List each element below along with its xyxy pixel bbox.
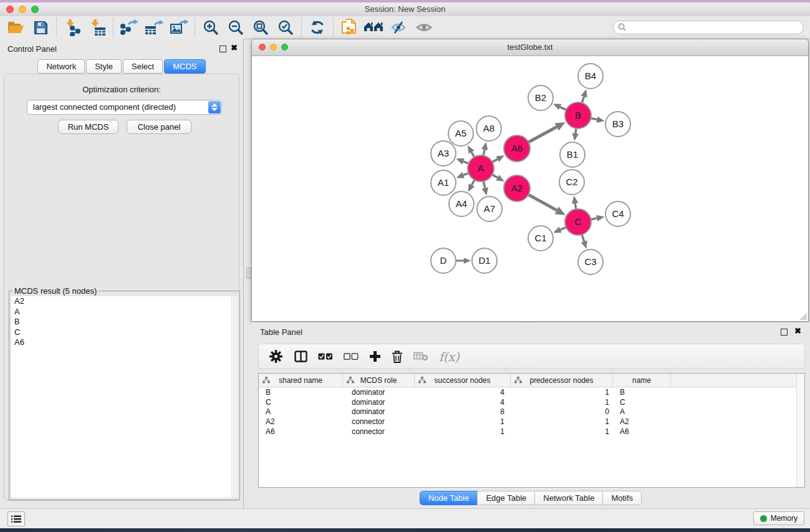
export-network-button[interactable] [117,17,142,37]
network-node[interactable]: C1 [528,226,553,251]
table-settings-button[interactable] [269,350,282,363]
network-edge[interactable] [572,196,578,210]
run-mcds-button[interactable]: Run MCDS [58,120,118,134]
network-node[interactable]: A4 [449,191,474,216]
network-edge[interactable] [481,142,488,156]
zoom-in-button[interactable] [198,17,223,37]
memory-button[interactable]: Memory [753,511,804,525]
tab-network[interactable]: Network [37,59,85,74]
table-row[interactable]: A6connector11A6 [259,427,804,437]
new-network-from-selection-button[interactable] [337,17,362,37]
network-node[interactable]: C4 [605,201,630,226]
network-canvas[interactable]: AA1A2A3A4A5A6A7A8BB1B2B3B4CC1C2C3C4DD1 [252,56,808,321]
network-edge[interactable] [456,172,469,178]
network-zoom-button[interactable] [281,44,288,51]
criterion-dropdown[interactable]: largest connected component (directed) [27,100,222,115]
import-table-button[interactable] [85,17,110,37]
network-edge[interactable] [456,158,468,165]
network-node[interactable]: A6 [504,135,530,162]
table-scrollbar[interactable] [796,374,804,487]
network-node[interactable]: A8 [476,116,501,141]
network-close-button[interactable] [259,44,266,51]
network-edge[interactable] [591,215,605,221]
network-edge[interactable] [581,89,587,103]
save-session-button[interactable] [28,17,53,37]
open-session-button[interactable] [3,17,28,37]
mcds-result-item[interactable]: A2 [11,296,238,307]
network-edge[interactable] [468,180,475,191]
network-edge[interactable] [553,226,566,233]
mcds-result-item[interactable]: B [11,317,238,327]
column-header-predecessor-nodes[interactable]: predecessor nodes [511,374,613,387]
network-node[interactable]: A3 [431,141,456,166]
minimize-button[interactable] [19,6,26,13]
network-node[interactable]: B1 [560,142,585,167]
zoom-button[interactable] [31,6,39,13]
network-minimize-button[interactable] [270,44,277,51]
tab-node-table[interactable]: Node Table [420,491,478,505]
network-edge[interactable] [492,175,504,181]
network-node[interactable]: D [431,248,456,273]
delete-table-button[interactable] [413,352,428,361]
table-row[interactable]: Bdominator41B [259,387,804,397]
network-node[interactable]: C2 [559,170,584,195]
delete-column-button[interactable] [392,351,403,363]
task-history-button[interactable] [7,511,25,526]
export-table-button[interactable] [142,17,166,37]
tab-style[interactable]: Style [86,59,122,74]
table-row[interactable]: Adominator80A [259,407,804,417]
network-node[interactable]: C3 [578,249,603,274]
show-columns-button[interactable] [294,351,307,362]
export-image-button[interactable] [166,17,191,37]
table-float-panel-icon[interactable] [781,329,788,336]
first-neighbors-button[interactable] [362,17,387,37]
table-row[interactable]: A2connector11A2 [259,417,804,427]
column-header-shared-name[interactable]: shared name [259,374,343,387]
mcds-result-item[interactable]: A6 [11,337,238,348]
network-edge[interactable] [553,104,566,110]
search-input[interactable] [613,21,804,34]
close-panel-icon[interactable]: ✖ [231,43,238,52]
network-node[interactable]: B [565,102,591,128]
network-edge[interactable] [572,128,579,141]
network-node[interactable]: B2 [528,85,553,110]
tab-motifs[interactable]: Motifs [602,491,642,505]
zoom-selected-button[interactable] [273,17,298,37]
network-edge[interactable] [456,258,471,264]
network-edge[interactable] [528,195,565,215]
network-node[interactable]: A7 [477,196,502,221]
tab-edge-table[interactable]: Edge Table [477,491,535,505]
network-node[interactable]: A5 [448,121,473,146]
tab-network-table[interactable]: Network Table [534,491,603,505]
network-edge[interactable] [581,235,587,249]
tab-mcds[interactable]: MCDS [164,59,205,74]
close-panel-button[interactable]: Close panel [127,120,191,134]
table-close-panel-icon[interactable]: ✖ [794,326,801,336]
network-node[interactable]: A [468,155,494,181]
network-node[interactable]: D1 [472,248,497,273]
vertical-splitter-handle[interactable] [246,268,251,279]
network-node[interactable]: A1 [431,170,456,195]
network-node[interactable]: C [565,209,591,235]
zoom-out-button[interactable] [223,17,248,37]
column-header-name[interactable]: name [613,374,671,387]
network-edge[interactable] [492,155,504,162]
resize-grip-icon[interactable] [799,312,808,321]
float-panel-icon[interactable] [219,46,226,52]
mcds-list-scrollbar[interactable] [231,296,238,498]
network-node[interactable]: B3 [605,112,630,137]
network-edge[interactable] [591,116,605,122]
import-network-button[interactable] [60,17,85,37]
network-node[interactable]: B4 [578,64,603,89]
zoom-fit-button[interactable] [248,17,273,37]
function-builder-button[interactable]: f(x) [439,350,460,364]
network-edge[interactable] [468,145,475,157]
mcds-result-item[interactable]: C [11,327,238,338]
network-edge[interactable] [528,122,565,142]
tab-select[interactable]: Select [123,59,163,74]
deselect-all-rows-button[interactable] [344,353,359,360]
select-all-rows-button[interactable] [318,353,333,360]
hide-selected-button[interactable] [387,17,412,37]
close-button[interactable] [6,6,14,13]
add-column-button[interactable] [369,351,381,362]
